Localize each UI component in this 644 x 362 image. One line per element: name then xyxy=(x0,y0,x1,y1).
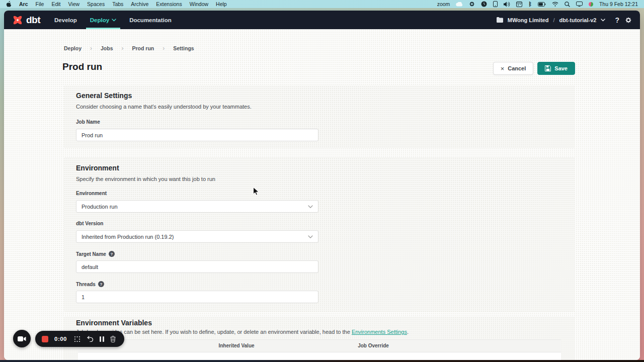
general-settings-heading: General Settings xyxy=(76,92,132,100)
breadcrumb-settings[interactable]: Settings xyxy=(173,45,194,51)
calendar-icon[interactable] xyxy=(516,2,522,7)
volume-icon[interactable] xyxy=(504,2,510,7)
camera-bubble-button[interactable] xyxy=(13,330,31,347)
dbt-version-label: dbt Version xyxy=(76,221,103,226)
breadcrumb-prod-run[interactable]: Prod run xyxy=(132,45,154,51)
account-name: MWong Limited xyxy=(508,17,549,23)
menubar-item-file[interactable]: File xyxy=(36,1,44,7)
dbt-version-select[interactable]: Inherited from Production run (0.19.2) xyxy=(76,230,318,243)
menubar-menus: Arc File Edit View Spaces Tabs Archive E… xyxy=(6,1,227,7)
video-camera-icon xyxy=(18,336,26,342)
page-title: Prod run xyxy=(62,61,102,72)
column-header-inherited-value: Inherited Value xyxy=(218,343,254,348)
folder-icon xyxy=(497,17,503,23)
breadcrumb-separator: › xyxy=(90,45,92,52)
menubar-item-view[interactable]: View xyxy=(68,1,80,7)
environment-select[interactable]: Production run xyxy=(76,200,318,213)
job-name-input[interactable] xyxy=(76,129,318,141)
target-name-help-icon[interactable]: ? xyxy=(109,251,115,257)
menubar-item-extensions[interactable]: Extensions xyxy=(156,1,182,7)
project-name: dbt-tutorial-v2 xyxy=(559,17,596,23)
breadcrumb-separator: › xyxy=(163,45,165,52)
menubar-item-help[interactable]: Help xyxy=(216,1,227,7)
env-vars-table-row xyxy=(78,352,561,360)
env-vars-table-header xyxy=(78,339,561,352)
clock-icon[interactable] xyxy=(481,1,487,7)
dbt-logo-icon xyxy=(12,15,23,26)
chevron-down-icon xyxy=(601,19,605,22)
menubar-item-archive[interactable]: Archive xyxy=(131,1,148,7)
chevron-down-icon xyxy=(308,205,313,208)
pause-recording-icon[interactable] xyxy=(100,336,104,342)
chevron-down-icon xyxy=(308,235,313,238)
nav-develop[interactable]: Develop xyxy=(54,11,77,29)
cloud-icon[interactable] xyxy=(456,2,463,7)
nav-documentation[interactable]: Documentation xyxy=(129,11,172,29)
target-name-label: Target Name ? xyxy=(76,251,115,257)
restart-recording-icon[interactable] xyxy=(87,336,94,342)
chevron-down-icon xyxy=(112,19,116,22)
desktop-bottom-edge xyxy=(0,360,644,362)
column-header-job-override: Job Override xyxy=(358,343,389,348)
environment-description: Specify the environment in which you wan… xyxy=(76,176,215,182)
breadcrumb-deploy[interactable]: Deploy xyxy=(64,45,82,51)
environment-variables-heading: Environment Variables xyxy=(76,319,152,327)
breadcrumb: Deploy › Jobs › Prod run › Settings xyxy=(64,45,194,52)
environments-settings-link[interactable]: Environments Settings xyxy=(352,329,407,335)
device-icon[interactable] xyxy=(493,1,498,7)
breadcrumb-jobs[interactable]: Jobs xyxy=(101,45,113,51)
menubar-clock[interactable]: Thu 9 Feb 12:21 xyxy=(599,1,638,7)
battery-icon[interactable] xyxy=(538,2,546,7)
browser-window: dbt Develop Deploy Documentation MWong L… xyxy=(4,11,640,360)
environment-section: Environment Specify the environment in w… xyxy=(64,157,575,312)
cursor-effects-icon[interactable] xyxy=(74,336,80,342)
environment-variables-description: Job-level overrides can be set here. If … xyxy=(76,329,409,335)
menubar-item-tabs[interactable]: Tabs xyxy=(112,1,123,7)
settings-gear-icon[interactable] xyxy=(625,17,632,24)
zoom-menu-item[interactable]: zoom xyxy=(437,1,450,7)
dbt-logo-text: dbt xyxy=(26,15,40,26)
delete-recording-icon[interactable] xyxy=(110,336,116,342)
recording-timer: 0:00 xyxy=(54,336,67,342)
general-settings-section: General Settings Consider choosing a nam… xyxy=(64,85,575,148)
environment-variables-section: Environment Variables Job-level override… xyxy=(64,317,575,360)
environment-select-label: Environment xyxy=(76,191,107,196)
screen-record-indicator-icon[interactable] xyxy=(589,2,593,7)
account-switcher[interactable]: MWong Limited / dbt-tutorial-v2 ? xyxy=(497,16,632,24)
job-name-label: Job Name xyxy=(76,119,100,125)
desktop: Arc File Edit View Spaces Tabs Archive E… xyxy=(0,0,644,362)
menubar-item-window[interactable]: Window xyxy=(190,1,208,7)
search-icon[interactable] xyxy=(565,2,570,7)
close-x-icon: × xyxy=(501,65,505,72)
cancel-button[interactable]: × Cancel xyxy=(493,62,534,75)
display-icon[interactable] xyxy=(576,2,583,7)
nav-deploy[interactable]: Deploy xyxy=(90,11,116,29)
menubar-item-edit[interactable]: Edit xyxy=(51,1,60,7)
menubar-item-spaces[interactable]: Spaces xyxy=(87,1,105,7)
wifi-icon[interactable] xyxy=(552,2,558,7)
main-nav: Develop Deploy Documentation xyxy=(54,11,172,29)
page-actions: × Cancel Save xyxy=(493,62,575,75)
dbt-logo[interactable]: dbt xyxy=(12,15,40,26)
threads-help-icon[interactable]: ? xyxy=(98,281,104,287)
stop-recording-button[interactable] xyxy=(42,336,48,342)
account-project-separator: / xyxy=(553,17,554,23)
breadcrumb-separator: › xyxy=(122,45,124,52)
recording-toolbar: 0:00 xyxy=(35,331,124,347)
apple-icon[interactable] xyxy=(6,1,12,7)
macos-menubar: Arc File Edit View Spaces Tabs Archive E… xyxy=(0,0,644,8)
threads-input[interactable] xyxy=(76,291,318,303)
save-floppy-icon xyxy=(545,65,551,71)
page-content: Deploy › Jobs › Prod run › Settings Prod… xyxy=(4,29,640,360)
gear-icon[interactable] xyxy=(469,1,475,7)
menubar-item-arc[interactable]: Arc xyxy=(19,1,28,7)
dbt-app-header: dbt Develop Deploy Documentation MWong L… xyxy=(4,11,640,29)
help-icon[interactable]: ? xyxy=(615,16,619,24)
menubar-status-area: zoom ᛒ xyxy=(437,1,638,7)
bluetooth-icon[interactable]: ᛒ xyxy=(528,1,532,7)
target-name-input[interactable] xyxy=(76,260,318,273)
save-button[interactable]: Save xyxy=(537,62,575,75)
general-settings-description: Consider choosing a name that's easily u… xyxy=(76,104,252,110)
environment-heading: Environment xyxy=(76,164,119,172)
threads-label: Threads ? xyxy=(76,281,104,287)
